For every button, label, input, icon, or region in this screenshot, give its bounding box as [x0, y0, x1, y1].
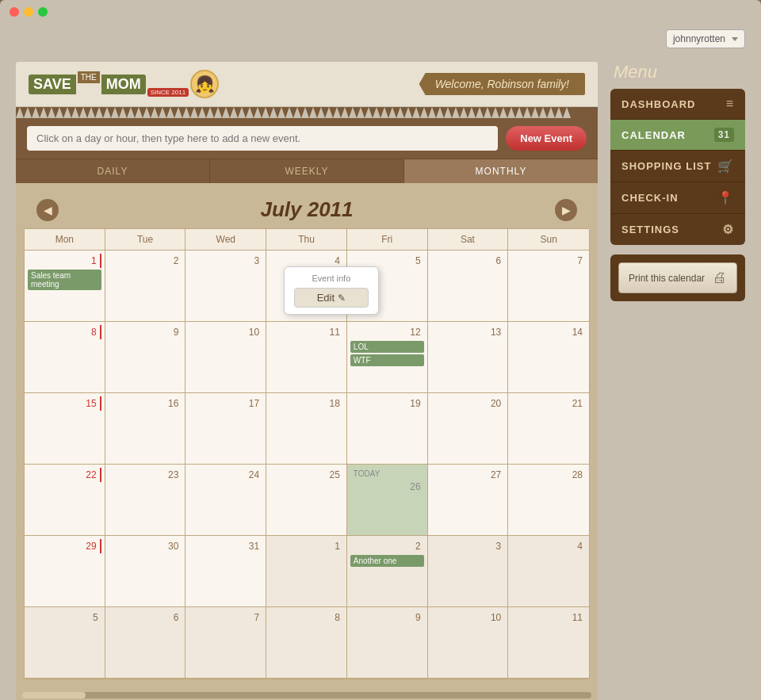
- sidebar-item-check-in[interactable]: CHECK-IN 📍: [610, 182, 745, 214]
- logo-the: THE: [78, 71, 100, 83]
- today-label: TODAY: [350, 468, 424, 480]
- table-row[interactable]: 10: [185, 322, 266, 393]
- calendar-wrapper: ◀ July 2011 ▶ Mon Tue Wed Thu Fri Sat Su…: [16, 183, 598, 687]
- table-row[interactable]: 14: [508, 322, 589, 393]
- sidebar-item-calendar[interactable]: CALENDAR 31: [610, 120, 745, 151]
- table-row[interactable]: 8: [266, 607, 347, 679]
- table-row[interactable]: 11: [508, 607, 589, 679]
- tab-weekly[interactable]: WEEKLY: [210, 159, 404, 183]
- table-row[interactable]: 7: [508, 251, 589, 322]
- list-icon: ≡: [726, 97, 734, 111]
- scroll-track[interactable]: [22, 692, 591, 698]
- table-row[interactable]: 10: [428, 607, 509, 679]
- col-header-sat: Sat: [428, 229, 509, 250]
- col-header-wed: Wed: [185, 229, 266, 250]
- table-row[interactable]: 12 LOL WTF: [347, 322, 428, 393]
- table-row[interactable]: 9: [347, 607, 428, 679]
- table-row[interactable]: 20: [428, 393, 509, 465]
- table-row[interactable]: 6: [428, 251, 509, 322]
- col-header-fri: Fri: [347, 229, 428, 250]
- list-item[interactable]: Sales team meeting: [28, 270, 101, 290]
- list-item[interactable]: WTF: [350, 354, 424, 366]
- table-row[interactable]: 16: [105, 393, 186, 465]
- event-popup: Event info Edit ✎: [284, 266, 379, 315]
- table-row[interactable]: 27: [428, 465, 509, 536]
- table-row[interactable]: 23: [105, 465, 186, 536]
- table-row[interactable]: 28: [508, 465, 589, 536]
- calendar-nav: ◀ July 2011 ▶: [24, 191, 590, 228]
- menu-title: Menu: [610, 62, 745, 82]
- table-row[interactable]: 1: [266, 536, 347, 607]
- next-month-button[interactable]: ▶: [555, 199, 577, 221]
- new-event-button[interactable]: New Event: [506, 126, 587, 151]
- printer-icon: 🖨: [713, 270, 727, 286]
- welcome-text: Welcome, Robinson family!: [435, 78, 569, 90]
- table-row[interactable]: 22: [25, 465, 105, 536]
- table-row[interactable]: 8: [25, 322, 105, 393]
- tab-daily[interactable]: DAILY: [16, 159, 210, 183]
- table-row[interactable]: 1 Sales team meeting: [25, 251, 105, 322]
- table-row[interactable]: 5 Event info Edit ✎: [347, 251, 428, 322]
- table-row[interactable]: 19: [347, 393, 428, 465]
- list-item[interactable]: LOL: [350, 341, 424, 353]
- app-header: SAVE THE MOM SINCE 2011 👧 Welcome, Robin…: [16, 62, 598, 107]
- event-input[interactable]: [27, 126, 498, 151]
- table-row[interactable]: 31: [185, 536, 266, 607]
- maximize-dot[interactable]: [38, 7, 48, 17]
- table-row[interactable]: 29: [25, 536, 105, 607]
- logo-mom: MOM: [101, 75, 146, 94]
- minimize-dot[interactable]: [24, 7, 33, 17]
- table-row[interactable]: 13: [428, 322, 509, 393]
- table-row[interactable]: 5: [25, 607, 105, 679]
- calendar-icon: 31: [714, 128, 734, 142]
- table-row[interactable]: 18: [266, 393, 347, 465]
- logo-save: SAVE: [29, 75, 76, 94]
- top-bar: johnnyrotten: [0, 24, 761, 54]
- table-row[interactable]: 2: [105, 251, 186, 322]
- table-row[interactable]: 15: [25, 393, 105, 465]
- table-row[interactable]: 3: [185, 251, 266, 322]
- table-row[interactable]: 25: [266, 465, 347, 536]
- print-label: Print this calendar: [629, 273, 705, 284]
- popup-title: Event info: [294, 273, 369, 283]
- col-header-sun: Sun: [508, 229, 589, 250]
- list-item[interactable]: Another one: [350, 555, 424, 567]
- col-header-tue: Tue: [105, 229, 186, 250]
- table-row[interactable]: 7: [185, 607, 266, 679]
- table-row[interactable]: 4: [508, 536, 589, 607]
- sidebar-item-settings[interactable]: SETTINGS ⚙: [610, 214, 745, 245]
- view-tabs: DAILY WEEKLY MONTHLY: [16, 159, 598, 183]
- logo: SAVE THE MOM SINCE 2011 👧: [29, 70, 219, 98]
- dropdown-arrow-icon: [732, 37, 738, 41]
- table-row[interactable]: 24: [185, 465, 266, 536]
- sidebar-label-settings: SETTINGS: [621, 224, 679, 235]
- prev-month-button[interactable]: ◀: [36, 199, 59, 221]
- table-row[interactable]: 21: [508, 393, 589, 465]
- avatar: 👧: [190, 70, 219, 98]
- tab-monthly[interactable]: MONTHLY: [404, 159, 598, 183]
- window-chrome: [0, 0, 761, 24]
- sidebar-item-dashboard[interactable]: DASHBOARD ≡: [610, 89, 745, 120]
- print-calendar-button[interactable]: Print this calendar 🖨: [618, 262, 737, 293]
- calendar-header-row: Mon Tue Wed Thu Fri Sat Sun: [25, 229, 589, 251]
- table-row[interactable]: 2 Another one: [347, 536, 428, 607]
- sidebar-item-shopping-list[interactable]: SHOPPING LIST 🛒: [610, 151, 745, 182]
- sidebar-label-shopping: SHOPPING LIST: [621, 160, 711, 172]
- table-row[interactable]: 9: [105, 322, 186, 393]
- table-row[interactable]: 6: [105, 607, 186, 679]
- close-dot[interactable]: [10, 7, 19, 17]
- table-row[interactable]: 11: [266, 322, 347, 393]
- event-bar: New Event: [16, 118, 598, 159]
- main-container: SAVE THE MOM SINCE 2011 👧 Welcome, Robin…: [0, 54, 761, 700]
- content-area: SAVE THE MOM SINCE 2011 👧 Welcome, Robin…: [16, 62, 598, 700]
- popup-edit-button[interactable]: Edit ✎: [294, 288, 369, 308]
- scroll-thumb[interactable]: [22, 692, 86, 698]
- today-cell[interactable]: TODAY 26: [347, 465, 428, 536]
- user-dropdown[interactable]: johnnyrotten: [666, 29, 745, 48]
- table-row[interactable]: 17: [185, 393, 266, 465]
- sidebar-menu: DASHBOARD ≡ CALENDAR 31 SHOPPING LIST 🛒 …: [610, 89, 745, 245]
- table-row[interactable]: 3: [428, 536, 509, 607]
- col-header-thu: Thu: [266, 229, 347, 250]
- logo-badge: SINCE 2011: [147, 88, 189, 97]
- table-row[interactable]: 30: [105, 536, 186, 607]
